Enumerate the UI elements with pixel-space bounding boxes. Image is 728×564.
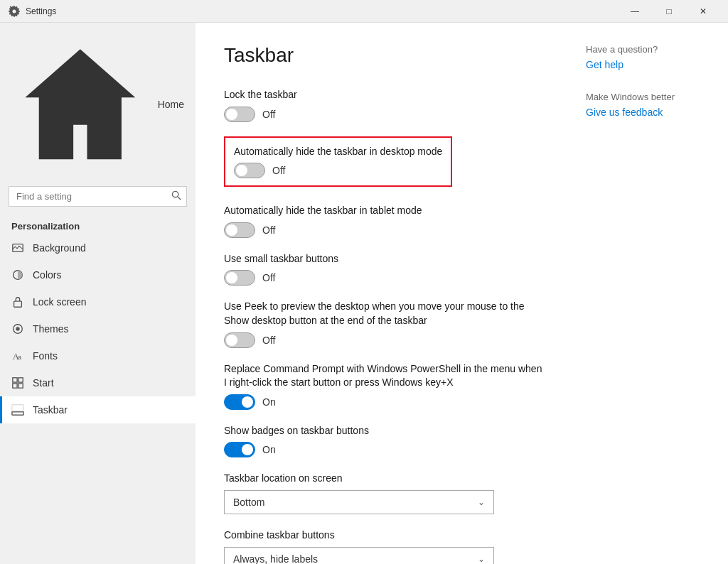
toggle-label-lock-taskbar: Off (262, 109, 275, 120)
title-bar: Settings — □ ✕ (0, 0, 728, 23)
toggle-badges[interactable] (224, 442, 255, 457)
themes-icon (11, 322, 24, 335)
sidebar-colors-label: Colors (33, 269, 61, 281)
sidebar-item-start[interactable]: Start (0, 369, 196, 396)
sidebar: Home Personalization Background (0, 23, 196, 564)
setting-powershell: Replace Command Prompt with Windows Powe… (224, 362, 543, 410)
setting-combine-buttons: Combine taskbar buttons Always, hide lab… (224, 528, 543, 564)
setting-hide-tablet-label: Automatically hide the taskbar in tablet… (224, 204, 543, 218)
svg-point-6 (16, 327, 19, 330)
toggle-label-powershell: On (262, 396, 276, 408)
toggle-powershell[interactable] (224, 394, 255, 410)
toggle-hide-tablet[interactable] (224, 222, 255, 238)
setting-hide-desktop-label: Automatically hide the taskbar in deskto… (234, 145, 442, 159)
svg-rect-9 (13, 377, 17, 381)
svg-point-0 (172, 191, 178, 197)
combine-buttons-dropdown[interactable]: Always, hide labels ⌄ (224, 547, 494, 564)
toggle-small-buttons[interactable] (224, 270, 255, 286)
setting-hide-tablet: Automatically hide the taskbar in tablet… (224, 204, 543, 238)
setting-lock-taskbar: Lock the taskbar Off (224, 88, 543, 122)
svg-rect-4 (14, 301, 22, 307)
toggle-label-hide-desktop: Off (272, 165, 285, 176)
window-title: Settings (26, 6, 56, 16)
sidebar-themes-label: Themes (33, 323, 69, 335)
right-panel-section-feedback: Make Windows better Give us feedback (586, 92, 714, 118)
toggle-label-hide-tablet: Off (262, 224, 275, 236)
setting-powershell-label: Replace Command Prompt with Windows Powe… (224, 362, 543, 390)
sidebar-start-label: Start (33, 377, 54, 389)
fonts-icon: A a (11, 349, 24, 362)
page-title: Taskbar (224, 44, 543, 67)
maximize-button[interactable]: □ (653, 0, 685, 23)
get-help-link[interactable]: Get help (586, 59, 623, 70)
start-icon (11, 376, 24, 389)
sidebar-item-themes[interactable]: Themes (0, 315, 196, 342)
settings-window: Settings — □ ✕ Home (0, 0, 728, 564)
toggle-peek[interactable] (224, 332, 255, 348)
toggle-row-small-buttons: Off (224, 270, 543, 286)
right-panel-feedback-title: Make Windows better (586, 92, 714, 102)
content-area: Home Personalization Background (0, 23, 728, 564)
taskbar-location-value: Bottom (233, 497, 264, 508)
sidebar-item-home[interactable]: Home (0, 28, 196, 180)
setting-combine-buttons-label: Combine taskbar buttons (224, 528, 543, 543)
toggle-row-powershell: On (224, 394, 543, 410)
search-input[interactable] (9, 186, 187, 207)
toggle-row-peek: Off (224, 332, 543, 348)
toggle-row-hide-desktop: Off (234, 163, 442, 178)
lock-icon (11, 295, 24, 308)
combine-buttons-value: Always, hide labels (233, 553, 318, 564)
setting-peek: Use Peek to preview the desktop when you… (224, 300, 543, 347)
main-content: Taskbar Lock the taskbar Off Automatical… (196, 23, 572, 564)
svg-rect-13 (12, 411, 23, 415)
setting-taskbar-location-label: Taskbar location on screen (224, 472, 543, 486)
sidebar-home-label: Home (158, 99, 184, 110)
sidebar-item-taskbar[interactable]: Taskbar (0, 396, 196, 423)
sidebar-item-lock-screen[interactable]: Lock screen (0, 288, 196, 315)
sidebar-section-label: Personalization (0, 212, 196, 234)
colors-icon (11, 269, 24, 281)
search-button[interactable] (171, 190, 181, 202)
setting-lock-taskbar-label: Lock the taskbar (224, 88, 543, 102)
sidebar-lock-screen-label: Lock screen (33, 296, 86, 308)
taskbar-location-dropdown[interactable]: Bottom ⌄ (224, 490, 494, 514)
sidebar-fonts-label: Fonts (33, 350, 58, 362)
sidebar-item-fonts[interactable]: A a Fonts (0, 342, 196, 369)
close-button[interactable]: ✕ (687, 0, 719, 23)
svg-rect-14 (12, 404, 23, 411)
toggle-row-badges: On (224, 442, 543, 457)
setting-taskbar-location: Taskbar location on screen Bottom ⌄ (224, 472, 543, 514)
toggle-hide-desktop[interactable] (234, 163, 265, 178)
setting-small-buttons-label: Use small taskbar buttons (224, 252, 543, 266)
sidebar-item-colors[interactable]: Colors (0, 261, 196, 288)
sidebar-background-label: Background (33, 242, 86, 254)
toggle-label-badges: On (262, 444, 276, 455)
title-bar-controls: — □ ✕ (619, 0, 719, 23)
search-icon (171, 190, 181, 200)
right-panel: Have a question? Get help Make Windows b… (572, 23, 728, 564)
chevron-down-icon: ⌄ (478, 497, 485, 507)
setting-badges: Show badges on taskbar buttons On (224, 424, 543, 458)
background-icon (11, 242, 24, 254)
setting-small-buttons: Use small taskbar buttons Off (224, 252, 543, 286)
minimize-button[interactable]: — (619, 0, 651, 23)
svg-rect-11 (13, 384, 17, 388)
chevron-down-icon-2: ⌄ (478, 554, 485, 564)
setting-badges-label: Show badges on taskbar buttons (224, 424, 543, 438)
setting-peek-label: Use Peek to preview the desktop when you… (224, 300, 543, 327)
toggle-row-hide-tablet: Off (224, 222, 543, 238)
svg-rect-12 (18, 384, 23, 388)
toggle-lock-taskbar[interactable] (224, 107, 255, 122)
taskbar-icon (11, 403, 24, 416)
sidebar-item-background[interactable]: Background (0, 234, 196, 261)
toggle-label-small-buttons: Off (262, 272, 275, 283)
give-feedback-link[interactable]: Give us feedback (586, 107, 663, 118)
sidebar-taskbar-label: Taskbar (33, 404, 68, 416)
search-box (9, 186, 187, 207)
svg-line-1 (178, 197, 181, 200)
svg-rect-10 (18, 377, 23, 381)
highlight-box-hide-desktop: Automatically hide the taskbar in deskto… (224, 136, 452, 188)
svg-text:a: a (18, 354, 21, 361)
toggle-label-peek: Off (262, 335, 275, 346)
settings-icon (9, 6, 20, 17)
